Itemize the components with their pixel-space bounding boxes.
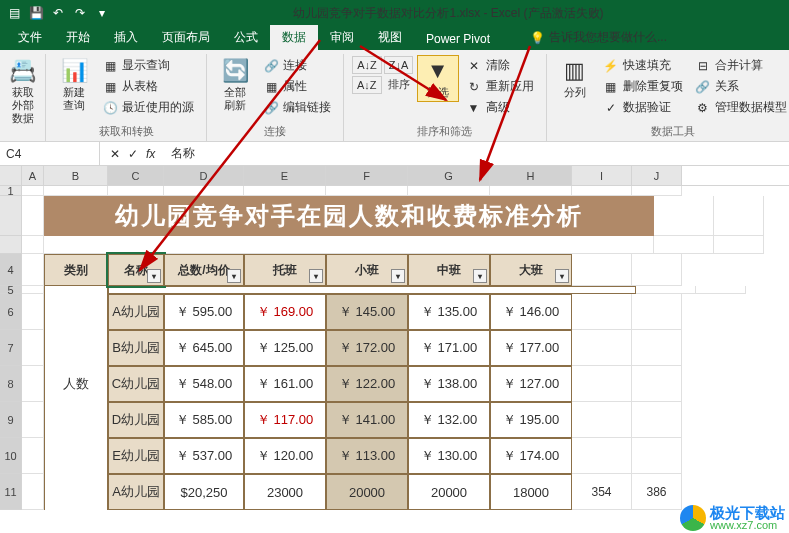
tell-me[interactable]: 💡 告诉我您想要做什么... <box>522 25 675 50</box>
advanced-button[interactable]: ▼高级 <box>462 98 538 117</box>
validation-button[interactable]: ✓数据验证 <box>599 98 687 117</box>
name-cell[interactable]: A幼儿园 <box>108 474 164 510</box>
col-H[interactable]: H <box>490 166 572 185</box>
row-11[interactable]: 11 <box>0 474 22 510</box>
edit-links-button[interactable]: 🔗编辑链接 <box>259 98 335 117</box>
total-cell[interactable]: ￥ 548.00 <box>164 366 244 402</box>
extra-i[interactable] <box>572 366 632 402</box>
flash-fill-button[interactable]: ⚡快速填充 <box>599 56 687 75</box>
filter-button[interactable]: ▼ 筛选 <box>418 56 458 101</box>
reapply-button[interactable]: ↻重新应用 <box>462 77 538 96</box>
sort-asc-button[interactable]: A↓Z <box>352 56 382 74</box>
formula-input[interactable]: 名称 <box>165 145 789 162</box>
tuo-cell[interactable]: ￥ 120.00 <box>244 438 326 474</box>
xiao-cell[interactable]: 20000 <box>326 474 408 510</box>
xiao-cell[interactable]: ￥ 145.00 <box>326 294 408 330</box>
row-7[interactable]: 7 <box>0 330 22 366</box>
undo-icon[interactable]: ↶ <box>48 3 68 23</box>
filter-dropdown-icon[interactable]: ▾ <box>147 269 161 283</box>
col-D[interactable]: D <box>164 166 244 185</box>
header-total[interactable]: 总数/均价▾ <box>164 254 244 286</box>
from-table-button[interactable]: ▦从表格 <box>98 77 198 96</box>
name-cell[interactable]: B幼儿园 <box>108 330 164 366</box>
col-C[interactable]: C <box>108 166 164 185</box>
row-4[interactable]: 4 <box>0 254 22 286</box>
col-I[interactable]: I <box>572 166 632 185</box>
col-B[interactable]: B <box>44 166 108 185</box>
zhong-cell[interactable]: ￥ 130.00 <box>408 438 490 474</box>
xiao-cell[interactable]: ￥ 113.00 <box>326 438 408 474</box>
connections-button[interactable]: 🔗连接 <box>259 56 335 75</box>
tab-view[interactable]: 视图 <box>366 25 414 50</box>
xiao-cell[interactable]: ￥ 141.00 <box>326 402 408 438</box>
zhong-cell[interactable]: ￥ 132.00 <box>408 402 490 438</box>
header-xiao[interactable]: 小班▾ <box>326 254 408 286</box>
extra-i[interactable] <box>572 402 632 438</box>
header-zhong[interactable]: 中班▾ <box>408 254 490 286</box>
row-5[interactable]: 5 <box>0 286 22 294</box>
filter-dropdown-icon[interactable]: ▾ <box>473 269 487 283</box>
col-E[interactable]: E <box>244 166 326 185</box>
col-A[interactable]: A <box>22 166 44 185</box>
total-cell[interactable]: $20,250 <box>164 474 244 510</box>
row-6[interactable]: 6 <box>0 294 22 330</box>
da-cell[interactable]: ￥ 174.00 <box>490 438 572 474</box>
zhong-cell[interactable]: ￥ 171.00 <box>408 330 490 366</box>
name-cell[interactable]: D幼儿园 <box>108 402 164 438</box>
extra-j[interactable] <box>632 294 682 330</box>
da-cell[interactable]: 18000 <box>490 474 572 510</box>
fx-icon[interactable]: fx <box>146 147 155 161</box>
refresh-all-button[interactable]: 🔄 全部刷新 <box>215 56 255 114</box>
da-cell[interactable]: ￥ 177.00 <box>490 330 572 366</box>
remove-dup-button[interactable]: ▦删除重复项 <box>599 77 687 96</box>
relations-button[interactable]: 🔗关系 <box>691 77 789 96</box>
xiao-cell[interactable]: ￥ 122.00 <box>326 366 408 402</box>
total-cell[interactable]: ￥ 585.00 <box>164 402 244 438</box>
header-da[interactable]: 大班▾ <box>490 254 572 286</box>
data-model-button[interactable]: ⚙管理数据模型 <box>691 98 789 117</box>
tab-file[interactable]: 文件 <box>6 25 54 50</box>
tuo-cell[interactable]: 23000 <box>244 474 326 510</box>
tuo-cell[interactable]: ￥ 161.00 <box>244 366 326 402</box>
new-query-button[interactable]: 📊 新建 查询 <box>54 56 94 114</box>
sort-desc-button[interactable]: Z↓A <box>384 56 414 74</box>
zhong-cell[interactable]: ￥ 135.00 <box>408 294 490 330</box>
col-F[interactable]: F <box>326 166 408 185</box>
name-cell[interactable]: A幼儿园 <box>108 294 164 330</box>
name-cell[interactable]: C幼儿园 <box>108 366 164 402</box>
total-cell[interactable]: ￥ 645.00 <box>164 330 244 366</box>
show-query-button[interactable]: ▦显示查询 <box>98 56 198 75</box>
enter-icon[interactable]: ✓ <box>128 147 138 161</box>
tab-insert[interactable]: 插入 <box>102 25 150 50</box>
tab-data[interactable]: 数据 <box>270 25 318 50</box>
col-J[interactable]: J <box>632 166 682 185</box>
clear-button[interactable]: ✕清除 <box>462 56 538 75</box>
row-8[interactable]: 8 <box>0 366 22 402</box>
header-tuo[interactable]: 托班▾ <box>244 254 326 286</box>
sort-asc2-button[interactable]: A↓Z <box>352 76 382 94</box>
consolidate-button[interactable]: ⊟合并计算 <box>691 56 789 75</box>
tuo-cell[interactable]: ￥ 117.00 <box>244 402 326 438</box>
name-cell[interactable]: E幼儿园 <box>108 438 164 474</box>
xiao-cell[interactable]: ￥ 172.00 <box>326 330 408 366</box>
tuo-cell[interactable]: ￥ 169.00 <box>244 294 326 330</box>
da-cell[interactable]: ￥ 195.00 <box>490 402 572 438</box>
row-2[interactable] <box>0 196 22 236</box>
zhong-cell[interactable]: 20000 <box>408 474 490 510</box>
extra-j[interactable] <box>632 330 682 366</box>
total-cell[interactable]: ￥ 537.00 <box>164 438 244 474</box>
tab-home[interactable]: 开始 <box>54 25 102 50</box>
name-box[interactable]: C4 <box>0 142 100 165</box>
cancel-icon[interactable]: ✕ <box>110 147 120 161</box>
da-cell[interactable]: ￥ 146.00 <box>490 294 572 330</box>
extra-j[interactable] <box>632 366 682 402</box>
row-10[interactable]: 10 <box>0 438 22 474</box>
da-cell[interactable]: ￥ 127.00 <box>490 366 572 402</box>
properties-button[interactable]: ▦属性 <box>259 77 335 96</box>
row-1[interactable]: 1 <box>0 186 22 196</box>
extra-j[interactable] <box>632 402 682 438</box>
total-cell[interactable]: ￥ 595.00 <box>164 294 244 330</box>
tab-review[interactable]: 审阅 <box>318 25 366 50</box>
sort-button[interactable]: 排序 <box>384 76 414 94</box>
extra-j[interactable]: 386 <box>632 474 682 510</box>
